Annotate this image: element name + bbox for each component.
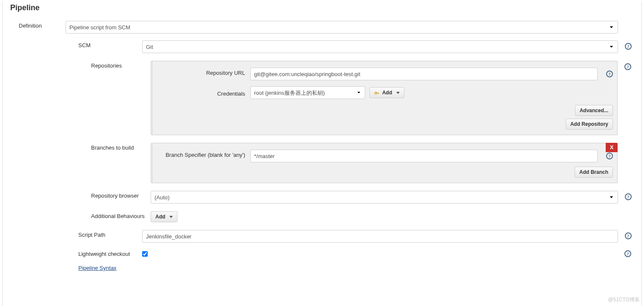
add-behaviour-button[interactable]: Add: [151, 211, 177, 222]
scm-select[interactable]: Git: [142, 40, 618, 53]
help-icon[interactable]: [625, 43, 632, 50]
branches-label: Branches to build: [91, 143, 151, 183]
add-repository-button[interactable]: Add Repository: [566, 119, 613, 130]
scm-label: SCM: [78, 40, 142, 53]
repo-browser-label: Repository browser: [91, 191, 151, 204]
definition-label: Definition: [19, 21, 66, 34]
definition-select[interactable]: Pipeline script from SCM: [66, 21, 618, 34]
add-credentials-button[interactable]: Add: [369, 87, 404, 98]
key-icon: [374, 91, 379, 96]
branches-panel: X Branch Specifier (blank for 'any') Add…: [151, 143, 618, 183]
watermark: @51CTO博客: [608, 296, 640, 303]
help-icon[interactable]: [625, 193, 632, 200]
help-icon[interactable]: [624, 63, 631, 70]
branch-specifier-label: Branch Specifier (blank for 'any'): [165, 150, 250, 162]
credentials-select[interactable]: root (jenkins服务器上的私钥): [250, 86, 365, 99]
pipeline-syntax-link[interactable]: Pipeline Syntax: [78, 265, 117, 271]
repo-browser-select[interactable]: (Auto): [151, 191, 618, 204]
additional-behaviours-label: Additional Behaviours: [91, 211, 151, 222]
lightweight-checkbox[interactable]: [142, 251, 148, 257]
help-icon[interactable]: [606, 71, 613, 77]
repositories-label: Repositories: [91, 61, 151, 135]
branch-specifier-input[interactable]: [250, 150, 598, 162]
section-title: Pipeline: [10, 2, 634, 12]
credentials-label: Credentials: [165, 88, 250, 97]
delete-branch-button[interactable]: X: [606, 143, 618, 152]
script-path-label: Script Path: [78, 230, 142, 243]
help-icon[interactable]: [606, 153, 613, 159]
script-path-input[interactable]: [142, 230, 618, 243]
repo-url-input[interactable]: [250, 68, 598, 80]
help-icon[interactable]: [625, 232, 632, 239]
lightweight-label: Lightweight checkout: [78, 251, 142, 257]
repository-panel: Repository URL Credentials root (jenkins…: [151, 61, 618, 135]
help-icon[interactable]: [624, 250, 631, 257]
add-branch-button[interactable]: Add Branch: [575, 167, 613, 178]
svg-rect-2: [378, 93, 379, 94]
advanced-button[interactable]: Advanced...: [575, 105, 613, 116]
repo-url-label: Repository URL: [165, 68, 250, 80]
